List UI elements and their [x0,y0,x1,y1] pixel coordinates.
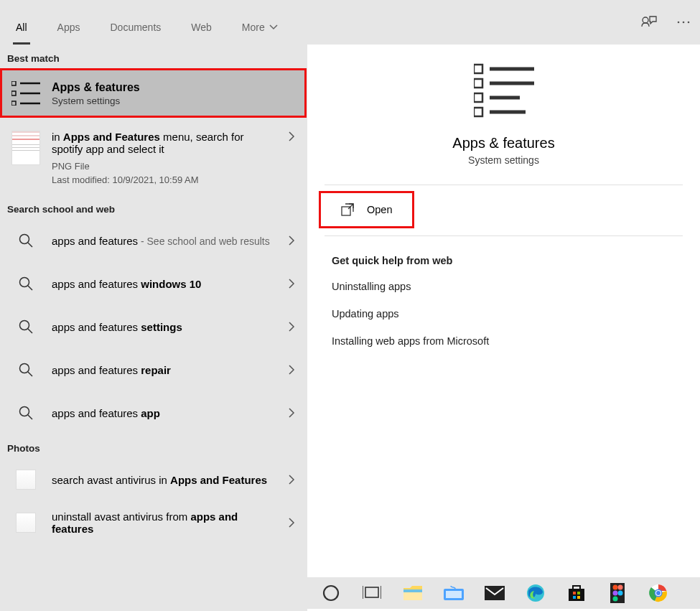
search-icon [11,355,40,384]
svg-rect-5 [11,91,16,95]
cortana-icon[interactable] [320,582,342,604]
chevron-right-icon [288,235,295,246]
help-link[interactable]: Installing web apps from Microsoft [332,335,676,347]
svg-line-11 [28,243,32,247]
chevron-right-icon [288,131,295,142]
file-explorer-icon[interactable] [402,582,424,604]
figma-icon[interactable] [607,582,628,604]
photo-thumbnail [11,508,40,537]
edge-icon[interactable] [525,582,546,604]
svg-rect-24 [474,93,482,102]
svg-rect-6 [11,101,16,106]
help-link[interactable]: Updating apps [332,308,676,320]
file-result-modified: Last modified: 10/9/2021, 10:59 AM [52,174,276,185]
svg-rect-39 [446,591,462,598]
preview-title: Apps & features [452,135,554,151]
svg-line-19 [28,415,32,419]
divider [325,185,683,185]
preview-pane: Apps & features System settings Open Get… [307,45,700,611]
open-icon [341,203,354,216]
file-thumbnail [11,131,40,165]
web-result[interactable]: apps and features settings [0,305,307,348]
svg-point-56 [656,591,661,595]
tab-web[interactable]: Web [188,14,215,45]
svg-line-13 [28,286,32,290]
chevron-right-icon [288,364,295,376]
web-result-label: apps and features repair [52,364,276,376]
svg-rect-43 [573,592,576,594]
photo-result[interactable]: uninstall avast antivirus from apps and … [0,501,307,544]
search-scope-tabs: All Apps Documents Web More [0,0,700,45]
tab-more-label: More [242,22,265,33]
open-button[interactable]: Open [319,191,414,228]
best-match-result[interactable]: Apps & features System settings [0,68,307,118]
apps-and-features-large-icon [473,62,535,121]
svg-point-51 [618,591,623,596]
best-match-subtitle: System settings [52,95,295,106]
best-match-title: Apps & features [52,81,295,94]
tab-documents[interactable]: Documents [107,14,164,45]
chevron-right-icon [288,517,295,528]
photo-result[interactable]: search avast antivirus in Apps and Featu… [0,458,307,501]
open-label: Open [367,204,392,215]
store-icon[interactable] [566,582,587,604]
photos-label: Photos [0,434,307,458]
svg-point-52 [613,597,618,602]
svg-point-3 [688,22,690,24]
web-result-label: apps and features app [52,407,276,419]
results-pane: Best match Apps & feat [0,45,307,611]
search-icon [11,269,40,298]
photo-thumbnail [11,465,40,494]
svg-line-17 [28,372,32,376]
web-result-label: apps and features windows 10 [52,278,276,290]
svg-point-2 [683,22,685,24]
web-result[interactable]: apps and features app [0,391,307,434]
web-result[interactable]: apps and features repair [0,348,307,391]
web-result[interactable]: apps and features windows 10 [0,262,307,305]
task-view-icon[interactable] [361,582,383,604]
help-title: Get quick help from web [332,255,676,266]
chevron-right-icon [288,407,295,419]
svg-point-48 [613,585,618,590]
chevron-right-icon [288,474,295,485]
web-result-label: apps and features settings [52,321,276,333]
chevron-right-icon [288,278,295,289]
file-result-type: PNG File [52,161,276,172]
file-result-title: in Apps and Features menu, search for sp… [52,131,276,155]
svg-point-50 [613,591,618,596]
apps-and-features-icon [11,79,40,108]
svg-rect-37 [403,589,422,592]
tab-all[interactable]: All [13,14,30,45]
svg-point-49 [618,585,623,590]
svg-point-12 [20,278,29,287]
search-icon [11,398,40,427]
svg-line-15 [28,329,32,333]
web-result[interactable]: apps and features - See school and web r… [0,219,307,262]
tab-more[interactable]: More [239,14,281,45]
keyboard-icon[interactable] [443,582,465,604]
svg-point-18 [20,407,29,416]
school-web-label: Search school and web [0,195,307,219]
search-icon [11,226,40,255]
svg-point-0 [643,17,648,23]
more-options-icon[interactable] [677,20,690,24]
svg-rect-45 [573,596,576,599]
chevron-down-icon [269,24,278,30]
svg-rect-40 [485,586,505,600]
mail-icon[interactable] [484,582,505,604]
taskbar [0,577,700,609]
svg-rect-25 [474,108,482,116]
file-result[interactable]: in Apps and Features menu, search for sp… [0,118,307,195]
svg-point-10 [20,235,29,244]
svg-rect-23 [474,79,482,88]
svg-rect-33 [365,587,378,597]
help-link[interactable]: Uninstalling apps [332,281,676,292]
web-result-label: apps and features - See school and web r… [52,235,276,247]
chrome-icon[interactable] [648,582,669,604]
preview-subtitle: System settings [468,154,539,166]
photo-result-label: search avast antivirus in Apps and Featu… [52,474,276,486]
feedback-icon[interactable] [641,14,657,30]
tab-apps[interactable]: Apps [55,14,83,45]
svg-rect-46 [577,596,580,599]
svg-rect-42 [569,589,584,601]
